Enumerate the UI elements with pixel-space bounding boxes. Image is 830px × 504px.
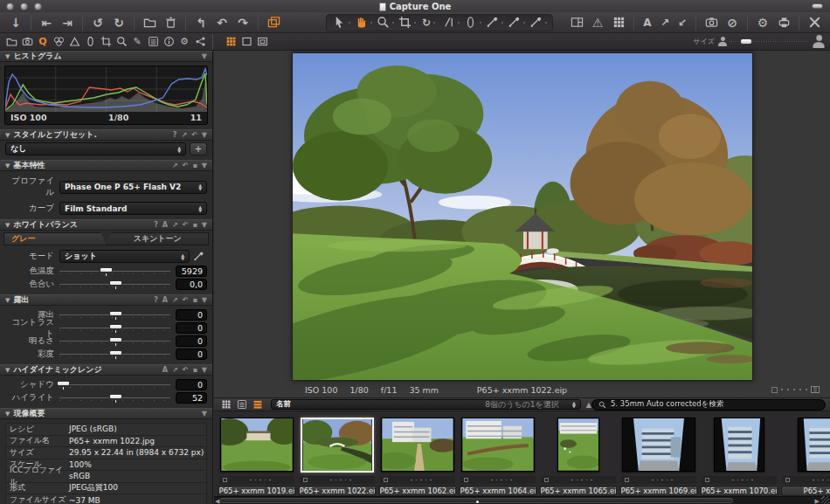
disclosure-triangle-icon[interactable]: ▼ — [5, 297, 10, 304]
exposure-section-header[interactable]: ▼ 露出 ?A↗↶▪▼ — [0, 294, 212, 306]
base-characteristics-section-header[interactable]: ▼ 基本特性 ↗↶▪▼ — [0, 160, 212, 171]
tab-adjustments-icon[interactable]: ✎ — [129, 35, 145, 49]
sort-by-dropdown[interactable]: 名前 ▲▼ — [271, 399, 581, 410]
thumbnail-image[interactable] — [301, 418, 374, 473]
disclosure-triangle-icon[interactable]: ▼ — [5, 411, 10, 418]
help-icon[interactable]: ? — [154, 221, 158, 229]
help-icon[interactable]: ? — [154, 296, 158, 304]
copy-adjustments-icon[interactable] — [263, 14, 284, 31]
focus-mask-icon[interactable] — [608, 14, 629, 31]
scrollbar-thumb[interactable] — [219, 498, 733, 503]
styles-preset-dropdown[interactable]: なし ▲▼ — [5, 142, 186, 155]
tab-crop-icon[interactable] — [98, 35, 114, 49]
undo-icon[interactable]: ↰ — [190, 14, 211, 31]
tab-batch-icon[interactable] — [192, 35, 208, 49]
slider[interactable] — [59, 267, 170, 275]
overlay-ellipse-tool-icon[interactable] — [461, 15, 483, 30]
thumbnail-cell[interactable]: P65+ xxmm 1070.eip — [700, 415, 778, 496]
color-tag-icon[interactable] — [771, 387, 778, 393]
tab-exposure-icon[interactable] — [66, 35, 82, 49]
reset-icon[interactable]: ↶ — [191, 131, 197, 139]
tab-quick-icon[interactable]: Q — [35, 35, 51, 49]
arrow-up-right-icon[interactable]: ↗ — [656, 14, 674, 31]
slider-handle[interactable] — [109, 394, 122, 399]
thumbnail-image[interactable] — [798, 418, 830, 472]
tab-metadata-icon[interactable] — [145, 35, 161, 49]
slider-handle[interactable] — [109, 280, 122, 286]
crop-tool-icon[interactable] — [396, 15, 418, 30]
thumbnail-cell[interactable]: P65+ xxmm 1062.eip — [378, 415, 456, 496]
thumbnail-image[interactable] — [461, 418, 535, 472]
copy-out-icon[interactable]: ↗ — [172, 366, 178, 374]
tab-color-icon[interactable] — [51, 35, 66, 49]
tab-focus-icon[interactable] — [114, 35, 129, 49]
disclosure-triangle-icon[interactable]: ▼ — [5, 162, 10, 169]
rotate-right-icon[interactable]: ↻ — [108, 14, 129, 31]
copy-out-icon[interactable]: ↗ — [172, 221, 178, 229]
tab-capture-icon[interactable] — [19, 35, 35, 49]
thumb-rating-strip[interactable] — [621, 476, 696, 484]
thumbnail-image[interactable] — [381, 418, 454, 472]
window-resize-grip[interactable] — [821, 496, 829, 504]
histogram-section-header[interactable]: ▼ ヒストグラム ▼ — [0, 51, 212, 62]
thumbnail-image[interactable] — [714, 418, 764, 472]
auto-icon[interactable]: A — [163, 366, 168, 374]
slider-value-field[interactable]: 0,0 — [176, 279, 207, 290]
arrow-down-left-icon[interactable]: ↙ — [674, 14, 691, 31]
camera-icon[interactable] — [701, 14, 722, 31]
wb-mode-dropdown[interactable]: ショット ▲▼ — [59, 250, 190, 263]
thumbnail-cell[interactable]: P65+ xxmm 1064.eip — [459, 415, 536, 496]
help-icon[interactable]: ? — [173, 131, 177, 139]
thumb-rating-strip[interactable] — [782, 476, 830, 484]
gear-icon[interactable]: ⚙ — [752, 14, 773, 31]
viewer-rating-widget[interactable] — [771, 386, 830, 393]
slider[interactable] — [59, 324, 170, 332]
disclosure-triangle-icon[interactable]: ▼ — [5, 53, 10, 60]
hdr-section-header[interactable]: ▼ ハイダイナミックレンジ A↗↶▪▼ — [0, 364, 212, 376]
trash-icon[interactable] — [160, 14, 181, 31]
slider-handle[interactable] — [57, 381, 70, 386]
print-icon[interactable] — [773, 14, 794, 31]
thumbnail-cell[interactable]: P65+ xxmm 1069.eip — [619, 415, 697, 496]
collapse-icon[interactable]: ▼ — [202, 410, 207, 418]
rotate-left-icon[interactable]: ↺ — [87, 14, 108, 31]
grid-view-icon[interactable] — [218, 398, 234, 411]
disclosure-triangle-icon[interactable]: ▼ — [5, 132, 10, 139]
list-view-icon[interactable] — [234, 398, 250, 411]
viewer-layout-icon[interactable] — [566, 14, 587, 31]
disclosure-triangle-icon[interactable]: ▼ — [5, 222, 10, 229]
search-field[interactable]: 5. 35mm Auto correctedを検索 — [591, 399, 826, 411]
browser-grid-view-icon[interactable] — [223, 35, 239, 49]
thumbnail-image[interactable] — [557, 418, 599, 472]
curve-dropdown[interactable]: Film Standard ▲▼ — [59, 202, 207, 215]
thumb-rating-strip[interactable] — [300, 476, 375, 484]
select-tool-icon[interactable] — [330, 15, 352, 30]
redo-arrow-icon[interactable]: ↷ — [232, 14, 253, 31]
collapse-icon[interactable]: ▼ — [202, 296, 207, 304]
proof-view-icon[interactable] — [254, 35, 270, 49]
white-balance-picker-icon[interactable] — [483, 15, 505, 30]
slider-value-field[interactable]: 0 — [176, 309, 207, 321]
slider-handle[interactable] — [109, 337, 122, 342]
reset-icon[interactable]: ↶ — [183, 221, 189, 229]
thumb-rating-strip[interactable] — [702, 476, 777, 484]
preset-icon[interactable]: ▪ — [192, 366, 197, 374]
tab-gray[interactable]: グレー — [3, 232, 107, 245]
rotate-tool-icon[interactable]: ↻ — [418, 15, 439, 30]
thumbnail-cell[interactable]: P65+ xxmm 1019.eip — [218, 415, 295, 496]
tab-skin-tone[interactable]: スキントーン — [107, 232, 210, 245]
disclosure-triangle-icon[interactable]: ▼ — [5, 367, 10, 374]
import-images-icon[interactable]: ⇤ — [36, 14, 57, 31]
slider-value-field[interactable]: 0 — [176, 349, 207, 360]
annotation-a-icon[interactable]: A — [639, 14, 656, 31]
collapse-icon[interactable]: ▼ — [202, 162, 207, 169]
slider-value-field[interactable]: 0 — [176, 322, 207, 334]
slider-value-field[interactable]: 0 — [176, 335, 207, 347]
slider-handle[interactable] — [109, 350, 122, 356]
preset-icon[interactable]: ▪ — [192, 296, 197, 304]
new-folder-icon[interactable] — [139, 14, 160, 31]
auto-icon[interactable]: A — [163, 221, 168, 229]
slider[interactable] — [59, 280, 170, 288]
slider-value-field[interactable]: 5929 — [176, 266, 207, 277]
reset-icon[interactable]: ↶ — [183, 296, 189, 304]
